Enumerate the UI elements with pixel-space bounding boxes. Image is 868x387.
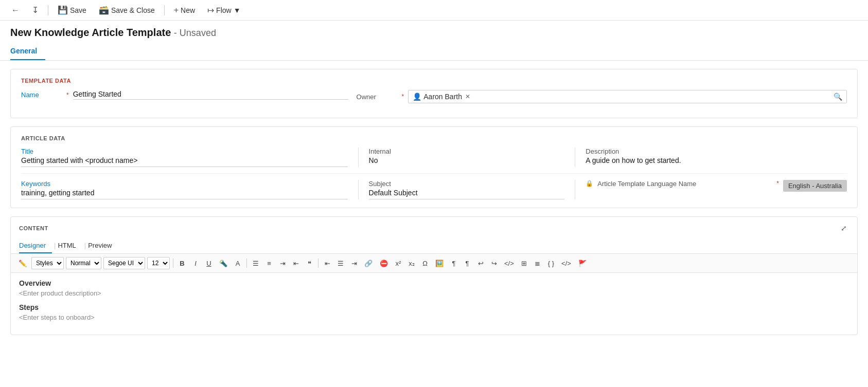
description-value[interactable]: A guide on how to get started.: [586, 156, 847, 167]
internal-group: Internal No: [369, 148, 576, 167]
share-button[interactable]: ↧: [27, 3, 44, 17]
title-label: Title: [21, 148, 348, 155]
flow-label: Flow: [216, 6, 232, 14]
new-label: New: [181, 6, 195, 14]
keywords-label: Keywords: [21, 180, 348, 188]
article-data-section: ARTICLE DATA Title Getting started with …: [10, 126, 858, 208]
editor-placeholder-2: <Enter steps to onboard>: [19, 314, 849, 321]
language-value[interactable]: English - Australia: [783, 180, 847, 192]
owner-name: Aaron Barth: [423, 93, 462, 101]
new-button[interactable]: + New: [169, 4, 200, 17]
new-icon: +: [174, 6, 179, 15]
editor-content[interactable]: Overview <Enter product description> Ste…: [11, 273, 857, 335]
editor-heading-1: Overview: [19, 279, 849, 287]
toolbar-sep-2: [164, 5, 165, 15]
internal-label: Internal: [369, 148, 565, 155]
size-select[interactable]: 12: [147, 257, 170, 269]
internal-value: No: [369, 156, 565, 167]
align-center-button[interactable]: ☰: [335, 257, 346, 269]
tab-html[interactable]: HTML: [58, 238, 82, 253]
owner-close-button[interactable]: ✕: [465, 93, 470, 100]
keywords-group: Keywords training, getting started: [21, 180, 359, 199]
template-data-title: TEMPLATE DATA: [21, 78, 847, 84]
main-tabs: General: [0, 39, 868, 61]
superscript-button[interactable]: x²: [393, 257, 404, 269]
content-title: CONTENT: [19, 225, 48, 231]
content-section: CONTENT ⤢ Designer | HTML | Preview ✏️ S…: [10, 216, 858, 335]
italic-button[interactable]: I: [190, 257, 201, 269]
styles-select[interactable]: Styles: [31, 257, 64, 269]
rtl-button[interactable]: ¶: [448, 257, 459, 269]
save-close-icon: 🗃️: [99, 5, 109, 15]
font-color-button[interactable]: A: [232, 257, 243, 269]
align-left-button[interactable]: ⇤: [322, 257, 333, 269]
table-button[interactable]: ⊞: [519, 257, 530, 269]
expand-icon[interactable]: ⤢: [839, 222, 849, 234]
editor-wand-button[interactable]: ✏️: [16, 257, 29, 269]
description-group: Description A guide on how to get starte…: [586, 148, 847, 167]
bold-button[interactable]: B: [176, 257, 188, 269]
owner-field[interactable]: 👤 Aaron Barth ✕ 🔍: [408, 90, 847, 103]
unordered-list-button[interactable]: ☰: [250, 257, 261, 269]
outdent-button[interactable]: ⇤: [290, 257, 302, 269]
tab-sep-2: |: [84, 238, 86, 253]
article-row-2: Keywords training, getting started Subje…: [21, 180, 847, 199]
ordered-list-button[interactable]: ≡: [263, 257, 275, 269]
link-button[interactable]: 🔗: [362, 257, 375, 269]
page-title-bar: New Knowledge Article Template - Unsaved: [0, 21, 868, 39]
back-button[interactable]: ←: [6, 4, 25, 17]
flow-icon: ↦: [207, 5, 214, 15]
underline-button[interactable]: U: [203, 257, 215, 269]
indent-button[interactable]: ⇥: [277, 257, 288, 269]
tab-preview[interactable]: Preview: [88, 238, 118, 253]
template-data-section: TEMPLATE DATA Name * Getting Started Own…: [10, 69, 858, 118]
flag-button[interactable]: 🚩: [576, 257, 589, 269]
editor-placeholder-1: <Enter product description>: [19, 289, 849, 297]
html-block-button[interactable]: { }: [545, 257, 557, 269]
code-button[interactable]: </>: [559, 257, 574, 269]
editor-sep-3: [318, 259, 318, 268]
highlight-button[interactable]: 🔦: [217, 257, 230, 269]
unlink-button[interactable]: ⛔: [377, 257, 391, 269]
page-title: New Knowledge Article Template - Unsaved: [10, 27, 858, 39]
tab-general[interactable]: General: [10, 43, 45, 60]
share-icon: ↧: [32, 5, 39, 15]
save-label: Save: [70, 6, 86, 14]
normal-select[interactable]: Normal: [66, 257, 101, 269]
subject-group: Subject Default Subject: [369, 180, 576, 199]
lock-icon: 🔒: [586, 180, 593, 187]
language-required: *: [776, 180, 779, 187]
list-style-button[interactable]: ≣: [532, 257, 543, 269]
subscript-button[interactable]: x₂: [406, 257, 417, 269]
main-toolbar: ← ↧ 💾 Save 🗃️ Save & Close + New ↦ Flow …: [0, 0, 868, 21]
quote-button[interactable]: ❝: [304, 257, 315, 269]
title-value[interactable]: Getting started with <product name>: [21, 156, 348, 167]
redo-button[interactable]: ↪: [488, 257, 500, 269]
image-button[interactable]: 🖼️: [433, 257, 446, 269]
description-label: Description: [586, 148, 847, 155]
align-right-button[interactable]: ⇥: [348, 257, 360, 269]
language-group: 🔒 Article Template Language Name * Engli…: [586, 180, 847, 199]
owner-search-icon[interactable]: 🔍: [834, 93, 842, 101]
title-group: Title Getting started with <product name…: [21, 148, 359, 167]
flow-dropdown-icon: ▼: [234, 6, 241, 14]
font-select[interactable]: Segoe UI: [103, 257, 145, 269]
subject-value[interactable]: Default Subject: [369, 189, 565, 199]
flow-button[interactable]: ↦ Flow ▼: [202, 3, 245, 17]
template-name-row: Name * Getting Started Owner * 👤 Aaron B…: [21, 90, 847, 103]
editor-sep-1: [173, 259, 173, 268]
editor-heading-2: Steps: [19, 303, 849, 311]
owner-label: Owner: [357, 93, 398, 101]
keywords-value[interactable]: training, getting started: [21, 189, 348, 199]
name-value[interactable]: Getting Started: [73, 90, 348, 100]
undo-button[interactable]: ↩: [475, 257, 486, 269]
person-icon: 👤: [413, 93, 421, 101]
owner-group: Owner * 👤 Aaron Barth ✕ 🔍: [357, 90, 847, 103]
article-row-1: Title Getting started with <product name…: [21, 148, 847, 174]
special-char-button[interactable]: Ω: [419, 257, 431, 269]
save-close-button[interactable]: 🗃️ Save & Close: [94, 3, 160, 17]
paragraph-button[interactable]: ¶: [462, 257, 473, 269]
source-button[interactable]: </>: [502, 257, 517, 269]
save-button[interactable]: 💾 Save: [52, 3, 92, 17]
tab-designer[interactable]: Designer: [19, 238, 52, 253]
